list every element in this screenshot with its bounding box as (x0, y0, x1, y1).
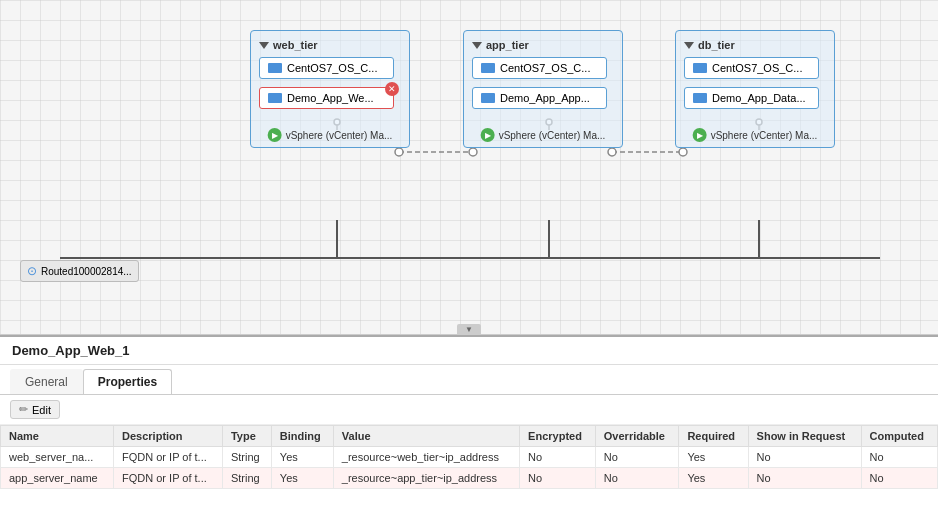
cell-0-4: _resource~web_tier~ip_address (333, 447, 519, 468)
vm-os-icon-db (693, 63, 707, 73)
cell-0-9: No (861, 447, 937, 468)
pencil-icon: ✏ (19, 403, 28, 416)
network-icon: ⊙ (27, 264, 37, 278)
vm-os-box-db[interactable]: CentOS7_OS_C... (684, 57, 819, 79)
table-row: app_server_nameFQDN or IP of t...StringY… (1, 468, 938, 489)
vm-app-box-app[interactable]: Demo_App_App... (472, 87, 607, 109)
col-value: Value (333, 426, 519, 447)
cell-1-7: Yes (679, 468, 748, 489)
cell-0-7: Yes (679, 447, 748, 468)
svg-point-2 (469, 148, 477, 156)
collapse-handle[interactable]: ▼ (457, 324, 481, 334)
cell-0-8: No (748, 447, 861, 468)
col-computed: Computed (861, 426, 937, 447)
collapse-triangle[interactable] (259, 42, 269, 49)
vm-app-icon (268, 93, 282, 103)
col-overridable: Overridable (595, 426, 679, 447)
cell-1-8: No (748, 468, 861, 489)
vsphere-label-app: ▶ vSphere (vCenter) Ma... (481, 128, 606, 142)
cell-0-5: No (520, 447, 596, 468)
cell-0-0: web_server_na... (1, 447, 114, 468)
cell-1-6: No (595, 468, 679, 489)
col-show-in-request: Show in Request (748, 426, 861, 447)
col-required: Required (679, 426, 748, 447)
cell-0-6: No (595, 447, 679, 468)
web-tier-label: web_tier (259, 39, 401, 51)
vsphere-label-db: ▶ vSphere (vCenter) Ma... (693, 128, 818, 142)
vm-app-icon-db (693, 93, 707, 103)
db-tier-box: db_tier CentOS7_OS_C... Demo_App_Data...… (675, 30, 835, 148)
tab-bar: General Properties (0, 365, 938, 395)
col-binding: Binding (271, 426, 333, 447)
vsphere-label-web: ▶ vSphere (vCenter) Ma... (268, 128, 393, 142)
vm-app-box-db[interactable]: Demo_App_Data... (684, 87, 819, 109)
svg-point-1 (395, 148, 403, 156)
vm-app-icon-app (481, 93, 495, 103)
cell-0-2: String (222, 447, 271, 468)
svg-point-5 (679, 148, 687, 156)
panel-title: Demo_App_Web_1 (0, 337, 938, 365)
cell-1-5: No (520, 468, 596, 489)
network-label: ⊙ Routed100002814... (20, 260, 139, 282)
svg-point-4 (608, 148, 616, 156)
db-tier-label: db_tier (684, 39, 826, 51)
cell-1-9: No (861, 468, 937, 489)
cell-1-1: FQDN or IP of t... (114, 468, 223, 489)
cell-0-1: FQDN or IP of t... (114, 447, 223, 468)
vm-os-box-web[interactable]: CentOS7_OS_C... (259, 57, 394, 79)
vm-app-box-web[interactable]: Demo_App_We... ✕ (259, 87, 394, 109)
web-tier-box: web_tier CentOS7_OS_C... Demo_App_We... … (250, 30, 410, 148)
cell-1-0: app_server_name (1, 468, 114, 489)
tab-general[interactable]: General (10, 369, 83, 394)
col-type: Type (222, 426, 271, 447)
vsphere-icon-db: ▶ (693, 128, 707, 142)
cell-1-4: _resource~app_tier~ip_address (333, 468, 519, 489)
canvas-area: web_tier CentOS7_OS_C... Demo_App_We... … (0, 0, 938, 335)
cell-1-2: String (222, 468, 271, 489)
toolbar: ✏ Edit (0, 395, 938, 425)
table-row: web_server_na...FQDN or IP of t...String… (1, 447, 938, 468)
col-name: Name (1, 426, 114, 447)
vsphere-icon-app: ▶ (481, 128, 495, 142)
col-description: Description (114, 426, 223, 447)
vm-os-icon-app (481, 63, 495, 73)
app-tier-box: app_tier CentOS7_OS_C... Demo_App_App...… (463, 30, 623, 148)
tab-properties[interactable]: Properties (83, 369, 172, 394)
vm-os-box-app[interactable]: CentOS7_OS_C... (472, 57, 607, 79)
collapse-triangle-db[interactable] (684, 42, 694, 49)
col-encrypted: Encrypted (520, 426, 596, 447)
edit-button[interactable]: ✏ Edit (10, 400, 60, 419)
vm-os-icon (268, 63, 282, 73)
app-tier-label: app_tier (472, 39, 614, 51)
cell-1-3: Yes (271, 468, 333, 489)
collapse-arrow: ▼ (465, 325, 473, 334)
bottom-panel: Demo_App_Web_1 General Properties ✏ Edit… (0, 335, 938, 489)
cell-0-3: Yes (271, 447, 333, 468)
vsphere-icon-web: ▶ (268, 128, 282, 142)
collapse-triangle-app[interactable] (472, 42, 482, 49)
close-button-web[interactable]: ✕ (385, 82, 399, 96)
properties-table: Name Description Type Binding Value Encr… (0, 425, 938, 489)
